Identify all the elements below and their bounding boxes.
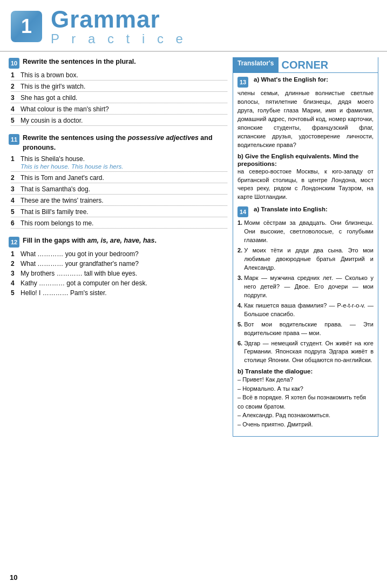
answer-line <box>11 183 227 183</box>
item-num: 2. <box>237 246 242 272</box>
item-num: 4 <box>11 279 18 287</box>
tc-ex14a-item-2: 2. У моих тёти и дяди два сына. Это мои … <box>237 246 374 272</box>
item-num: 3 <box>11 185 18 193</box>
title-block: Grammar P r a c t i c e <box>51 8 187 45</box>
content-area: 10 Rewrite the sentences in the plural. … <box>0 52 387 442</box>
item-text: My brothers ………… tall with blue eyes. <box>21 270 137 277</box>
answer-line <box>11 80 227 81</box>
item-num: 1 <box>11 71 18 79</box>
tc-ex13a-title: a) What's the English for: <box>254 76 328 83</box>
tc-ex13-badge: 13 <box>237 77 248 88</box>
tc-corner-text: CORNER <box>279 57 378 73</box>
ex12-item-5: 5 Hello! I ………… Pam's sister. <box>11 289 227 298</box>
exercise-10-header: 10 Rewrite the sentences in the plural. <box>9 57 227 69</box>
exercise-11: 11 Rewrite the sentences using the posse… <box>9 133 227 229</box>
title-practice: P r a c t i c e <box>51 32 187 45</box>
page-number: 10 <box>10 573 17 582</box>
translators-corner: Translator's CORNER 13 a) What's the Eng… <box>233 57 378 437</box>
ex11-item-5: 5 That is Bill's family tree. <box>11 208 227 217</box>
exercise-10: 10 Rewrite the sentences in the plural. … <box>9 57 227 126</box>
ex10-item-2: 2 This is the girl's watch. <box>11 83 227 92</box>
item-num: 1 <box>11 155 18 163</box>
exercise-11-header: 11 Rewrite the sentences using the posse… <box>9 133 227 152</box>
item-hint: This is her house. This house is hers. <box>21 163 123 170</box>
tc-ex14a-title: a) Translate into English: <box>254 206 328 212</box>
right-column: Translator's CORNER 13 a) What's the Eng… <box>233 57 378 437</box>
title-grammar: Grammar <box>51 8 187 31</box>
exercise-12-header: 12 Fill in the gaps with am, is, are, ha… <box>9 236 227 248</box>
item-num: 6 <box>11 219 18 227</box>
item-text: What ………… you got in your bedroom? <box>21 250 139 258</box>
item-text: That is Bill's family tree. <box>21 208 89 216</box>
item-num: 2 <box>11 174 18 182</box>
item-text: My cousin is a doctor. <box>21 117 83 124</box>
item-num: 4 <box>11 197 18 204</box>
answer-line <box>11 91 227 92</box>
ex10-title: Rewrite the sentences in the plural. <box>23 57 136 67</box>
dialogue-line-5: – Очень приятно. Дмитрий. <box>237 420 374 429</box>
tc-header-label: Translator's <box>233 57 279 73</box>
tc-ex14b: b) Translate the dialogue: – Привет! Как… <box>237 368 374 429</box>
item-text: Как пишется ваша фамилия? — P-e-t-r-o-v.… <box>244 302 374 319</box>
item-num: 5 <box>11 208 18 216</box>
item-text: This is Tom and Janet's card. <box>21 174 104 182</box>
dialogue-line-1: – Привет! Как дела? <box>237 375 374 384</box>
tc-ex13b-title: b) Give the English equivalents. Mind th… <box>237 153 358 167</box>
tc-ex14a-items: 1. Моим сёстрам за двадцать. Они близнец… <box>237 219 374 365</box>
ex12-title-plain: Fill in the gaps with <box>23 237 87 244</box>
ex10-item-1: 1 This is a brown box. <box>11 71 227 81</box>
item-text: Hello! I ………… Pam's sister. <box>21 289 107 297</box>
item-text: This room belongs to me. <box>21 219 93 227</box>
answer-line <box>11 103 227 103</box>
ex11-badge: 11 <box>9 134 19 145</box>
ex11-item-2: 2 This is Tom and Janet's card. <box>11 174 227 183</box>
item-text: That is Samantha's dog. <box>21 185 90 193</box>
item-text: What colour is the man's shirt? <box>21 105 109 113</box>
tc-ex14a-item-4: 4. Как пишется ваша фамилия? — P-e-t-r-o… <box>237 302 374 319</box>
item-num: 1 <box>11 250 18 258</box>
answer-line <box>11 125 227 126</box>
ex11-title-italic: possessive adjectives <box>128 134 199 142</box>
dialogue-line-3: – Всё в порядке. Я хотел бы познакомить … <box>237 393 374 411</box>
item-num: 6. <box>237 339 242 365</box>
ex11-title: Rewrite the sentences using the possessi… <box>23 133 227 152</box>
dialogue-line-2: – Нормально. А ты как? <box>237 384 374 393</box>
item-text: She has got a child. <box>21 94 77 102</box>
item-num: 1. <box>237 219 242 245</box>
ex12-item-3: 3 My brothers ………… tall with blue eyes. <box>11 270 227 278</box>
ex10-item-4: 4 What colour is the man's shirt? <box>11 105 227 115</box>
ex10-item-5: 5 My cousin is a doctor. <box>11 117 227 126</box>
answer-line <box>11 228 227 229</box>
tc-ex13a-text: члены семьи, длинные волнистые светлые в… <box>237 89 374 150</box>
ex12-item-1: 1 What ………… you got in your bedroom? <box>11 250 227 259</box>
ex12-item-4: 4 Kathy ………… got a computer on her desk. <box>11 279 227 288</box>
tc-ex14a-item-5: 5. Вот мои водительские права. — Эти вод… <box>237 320 374 338</box>
item-text: Kathy ………… got a computer on her desk. <box>21 279 147 287</box>
item-num: 2 <box>11 260 18 268</box>
answer-line <box>11 205 227 206</box>
ex11-item-3: 3 That is Samantha's dog. <box>11 185 227 195</box>
exercise-12: 12 Fill in the gaps with am, is, are, ha… <box>9 236 227 298</box>
item-text: What ………… your grandfather's name? <box>21 260 139 268</box>
item-num: 4. <box>237 302 242 319</box>
ex12-item-2: 2 What ………… your grandfather's name? <box>11 260 227 269</box>
page: 1 Grammar P r a c t i c e 10 Rewrite the… <box>0 0 387 588</box>
ex10-items: 1 This is a brown box. 2 This is the gir… <box>11 71 227 126</box>
tc-body: 13 a) What's the English for: члены семь… <box>233 73 378 436</box>
item-text: Марк — мужчина средних лет. — Сколько у … <box>244 274 374 300</box>
ex11-item-6: 6 This room belongs to me. <box>11 219 227 229</box>
header: 1 Grammar P r a c t i c e <box>0 0 387 52</box>
tc-ex13: 13 a) What's the English for: члены семь… <box>237 76 374 202</box>
item-num: 3 <box>11 270 18 277</box>
dialogue-line-4: – Александр. Рад познакомиться. <box>237 411 374 420</box>
ex11-title-plain: Rewrite the sentences using the <box>23 134 128 142</box>
item-num: 5. <box>237 320 242 338</box>
tc-ex14: 14 a) Translate into English: 1. Моим сё… <box>237 206 374 429</box>
answer-line <box>11 171 227 172</box>
item-num: 5 <box>11 117 18 124</box>
item-num: 2 <box>11 83 18 90</box>
tc-ex14-badge: 14 <box>237 206 248 217</box>
tc-header: Translator's CORNER <box>233 57 378 73</box>
ex12-title-words: am, is, are, have, has <box>87 237 154 244</box>
item-num: 4 <box>11 105 18 113</box>
